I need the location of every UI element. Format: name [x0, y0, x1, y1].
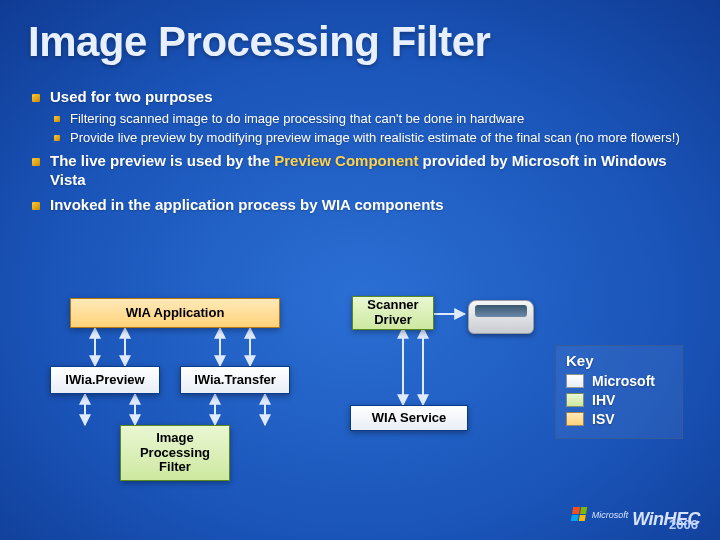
bullet-list: Used for two purposes Filtering scanned …: [28, 88, 692, 215]
legend-row-microsoft: Microsoft: [566, 373, 672, 389]
swatch-isv: [566, 412, 584, 426]
box-iwia-transfer: IWia.Transfer: [180, 366, 290, 394]
bullet-2: The live preview is used by the Preview …: [28, 152, 692, 190]
swatch-ihv: [566, 393, 584, 407]
legend-title: Key: [566, 352, 672, 369]
architecture-diagram: WIA Application Scanner Driver IWia.Prev…: [30, 290, 690, 510]
slide-title: Image Processing Filter: [28, 18, 692, 66]
bullet-1: Used for two purposes Filtering scanned …: [28, 88, 692, 146]
scanner-hardware-icon: [468, 300, 534, 334]
box-wia-application: WIA Application: [70, 298, 280, 328]
bullet-2-highlight: Preview Component: [274, 152, 418, 169]
box-scanner-driver: Scanner Driver: [352, 296, 434, 330]
footer-company: Microsoft: [592, 510, 629, 520]
box-wia-service: WIA Service: [350, 405, 468, 431]
legend-row-isv: ISV: [566, 411, 672, 427]
legend-panel: Key Microsoft IHV ISV: [555, 345, 683, 439]
legend-label-isv: ISV: [592, 411, 615, 427]
footer-year: 2006: [669, 517, 698, 532]
legend-label-microsoft: Microsoft: [592, 373, 655, 389]
bullet-2-pre: The live preview is used by the: [50, 152, 274, 169]
bullet-1a: Filtering scanned image to do image proc…: [50, 111, 692, 127]
box-image-processing-filter: Image Processing Filter: [120, 425, 230, 481]
microsoft-logo-icon: [570, 507, 586, 521]
footer-brand: Microsoft WinHEC 2006: [572, 507, 700, 530]
box-iwia-preview: IWia.Preview: [50, 366, 160, 394]
bullet-3: Invoked in the application process by WI…: [28, 196, 692, 215]
legend-label-ihv: IHV: [592, 392, 615, 408]
legend-row-ihv: IHV: [566, 392, 672, 408]
bullet-1-text: Used for two purposes: [50, 88, 213, 105]
swatch-microsoft: [566, 374, 584, 388]
bullet-1b: Provide live preview by modifying previe…: [50, 130, 692, 146]
